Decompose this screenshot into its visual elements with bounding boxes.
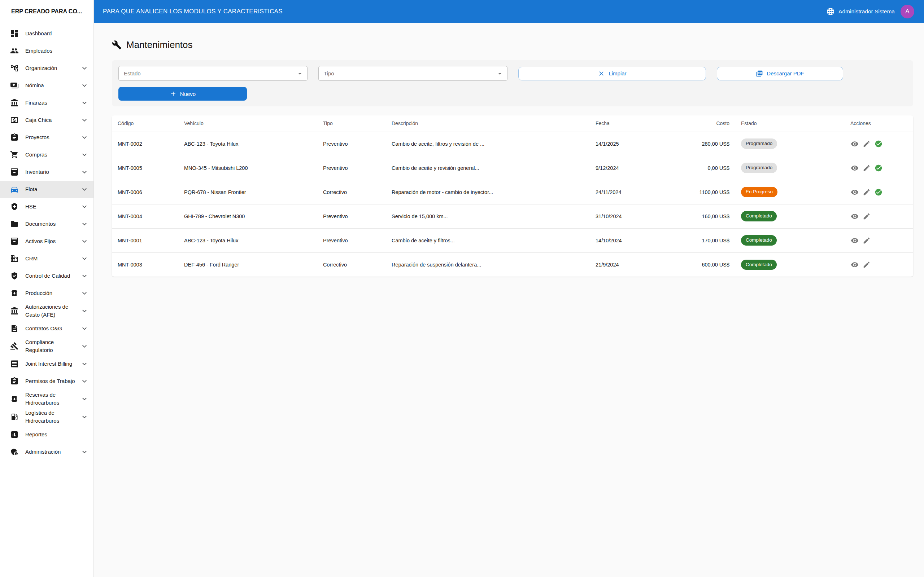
descargar-pdf-button-label: Descargar PDF [767,70,804,76]
chevron-down-icon [80,448,89,456]
descargar-pdf-button[interactable]: Descargar PDF [717,67,843,81]
limpiar-button[interactable]: Limpiar [518,67,706,81]
cell-costo: 160,00 US$ [671,204,735,228]
cell-descripcion: Cambio de aceite y filtros... [386,228,590,253]
sidebar-item-reservas-de-hidrocarburos[interactable]: Reservas de Hidrocarburos [0,390,94,408]
chevron-down-icon [80,359,89,368]
filter-row: Estado Tipo Limpiar Descargar PDF [118,66,906,81]
cell-acciones [845,132,913,156]
complete-button[interactable] [874,140,883,148]
sidebar-item-label: Activos Fijos [25,237,80,245]
column-header-descripcion: Descripción [386,115,590,132]
cell-fecha: 31/10/2024 [590,204,671,228]
column-header-codigo: Código [112,115,178,132]
health-shield-icon [10,202,19,211]
sidebar-item-dashboard[interactable]: Dashboard [0,25,94,42]
sidebar-item-documentos[interactable]: Documentos [0,215,94,233]
dashboard-icon [10,29,19,38]
view-button[interactable] [850,164,859,172]
sidebar-item-activos-fijos[interactable]: Activos Fijos [0,233,94,250]
avatar[interactable]: A [901,5,914,18]
sidebar-item-nomina[interactable]: Nómina [0,77,94,94]
cell-vehiculo: MNO-345 - Mitsubishi L200 [178,156,317,180]
sidebar-item-reportes[interactable]: Reportes [0,426,94,443]
edit-button[interactable] [862,164,871,172]
sidebar-item-inventario[interactable]: Inventario [0,163,94,181]
edit-button[interactable] [862,260,871,269]
status-badge: Programado [741,139,777,148]
estado-select-placeholder: Estado [124,70,141,76]
document-icon [10,324,19,333]
page-title-text: Mantenimientos [126,39,193,50]
shield-check-icon [10,272,19,280]
chevron-down-icon [80,377,89,385]
edit-button[interactable] [862,140,871,148]
sidebar-item-label: Compliance Regulatorio [25,338,80,354]
sidebar-item-autorizaciones-de-gasto-afe[interactable]: Autorizaciones de Gasto (AFE) [0,302,94,320]
limpiar-button-label: Limpiar [609,70,626,76]
sidebar-item-control-de-calidad[interactable]: Control de Calidad [0,267,94,285]
edit-button[interactable] [862,188,871,197]
sidebar-item-hse[interactable]: HSE [0,198,94,215]
cell-estado: Completado [735,228,845,253]
cell-costo: 1100,00 US$ [671,180,735,204]
complete-button[interactable] [874,188,883,197]
language-globe-icon[interactable] [826,7,835,16]
sidebar-item-compliance-regulatorio[interactable]: Compliance Regulatorio [0,337,94,355]
view-button[interactable] [850,188,859,197]
cell-acciones [845,204,913,228]
sidebar-item-label: HSE [25,203,80,211]
chevron-down-icon [80,150,89,159]
column-header-tipo: Tipo [317,115,386,132]
cell-descripcion: Reparación de suspensión delantera... [386,253,590,277]
sidebar-item-organizacion[interactable]: Organización [0,60,94,77]
cell-codigo: MNT-0001 [112,228,178,253]
sidebar-item-compras[interactable]: Compras [0,146,94,163]
sidebar-item-empleados[interactable]: Empleados [0,42,94,60]
estado-select[interactable]: Estado [118,66,307,81]
people-icon [10,47,19,55]
tipo-select[interactable]: Tipo [318,66,507,81]
cell-fecha: 14/1/2025 [590,132,671,156]
sidebar-item-produccion[interactable]: Producción [0,285,94,302]
view-button[interactable] [850,260,859,269]
edit-button[interactable] [862,236,871,245]
table-row: MNT-0004GHI-789 - Chevrolet N300Preventi… [112,204,913,228]
view-button[interactable] [850,236,859,245]
nuevo-button[interactable]: Nuevo [118,87,247,101]
maintenance-table: CódigoVehículoTipoDescripciónFechaCostoE… [112,115,913,277]
complete-button[interactable] [874,164,883,172]
pdf-icon [756,70,763,77]
sidebar-item-label: Autorizaciones de Gasto (AFE) [25,303,80,319]
cell-fecha: 9/12/2024 [590,156,671,180]
payments-icon [10,81,19,90]
sidebar-item-crm[interactable]: CRM [0,250,94,267]
sidebar-item-contratos-o-g[interactable]: Contratos O&G [0,320,94,337]
sidebar-item-flota[interactable]: Flota [0,181,94,198]
sidebar-item-permisos-de-trabajo[interactable]: Permisos de Trabajo [0,372,94,390]
sidebar-item-logistica-de-hidrocarburos[interactable]: Logística de Hidrocarburos [0,408,94,426]
sidebar-item-label: Permisos de Trabajo [25,377,80,385]
sidebar-item-proyectos[interactable]: Proyectos [0,129,94,146]
cell-costo: 0,00 US$ [671,156,735,180]
sidebar-item-label: Contratos O&G [25,324,80,332]
cell-tipo: Correctivo [317,180,386,204]
status-badge: En Progreso [741,187,777,197]
view-button[interactable] [850,140,859,148]
sidebar-item-caja-chica[interactable]: Caja Chica [0,111,94,129]
sidebar-item-joint-interest-billing[interactable]: Joint Interest Billing [0,355,94,372]
column-header-vehiculo: Vehículo [178,115,317,132]
sidebar-item-label: Logística de Hidrocarburos [25,409,80,425]
app-title: ERP CREADO PARA CO... [0,0,94,23]
sidebar-item-administracion[interactable]: Administración [0,443,94,461]
column-header-estado: Estado [735,115,845,132]
clipboard-icon [10,377,19,385]
wrench-icon [112,40,122,50]
view-button[interactable] [850,212,859,221]
cell-vehiculo: ABC-123 - Toyota Hilux [178,132,317,156]
cell-tipo: Preventivo [317,204,386,228]
sidebar-item-finanzas[interactable]: Finanzas [0,94,94,111]
sidebar-item-label: CRM [25,255,80,263]
cell-codigo: MNT-0005 [112,156,178,180]
edit-button[interactable] [862,212,871,221]
